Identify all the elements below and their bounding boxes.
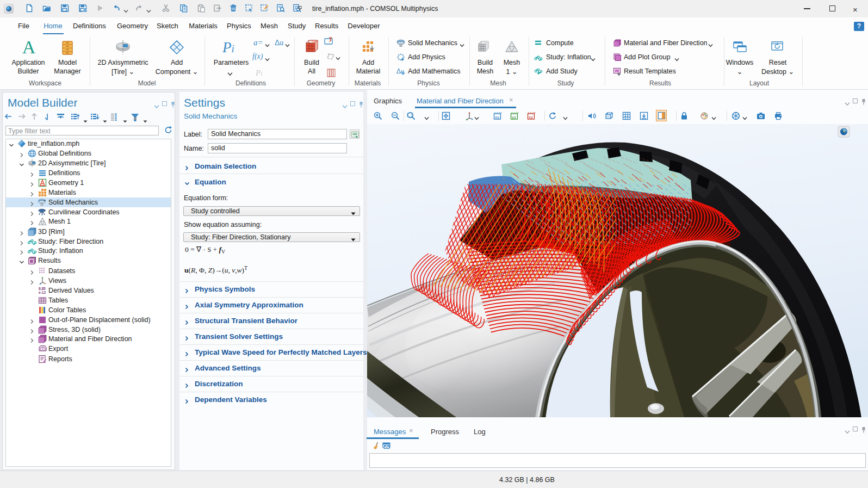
svg-text:xz: xz <box>529 115 533 120</box>
svg-text:*: * <box>44 199 46 203</box>
svg-text:yz: yz <box>512 115 516 120</box>
svg-text:8.85: 8.85 <box>39 287 46 291</box>
svg-text:xy: xy <box>495 115 499 120</box>
svg-text:e-12: e-12 <box>39 291 46 294</box>
svg-text:*: * <box>44 208 46 213</box>
